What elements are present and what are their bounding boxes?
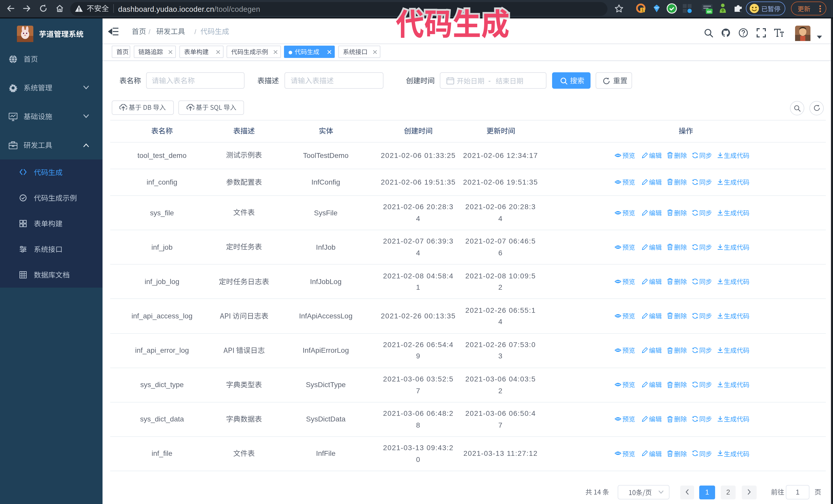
- svg-text:1: 1: [642, 8, 644, 12]
- svg-text:on: on: [707, 9, 711, 14]
